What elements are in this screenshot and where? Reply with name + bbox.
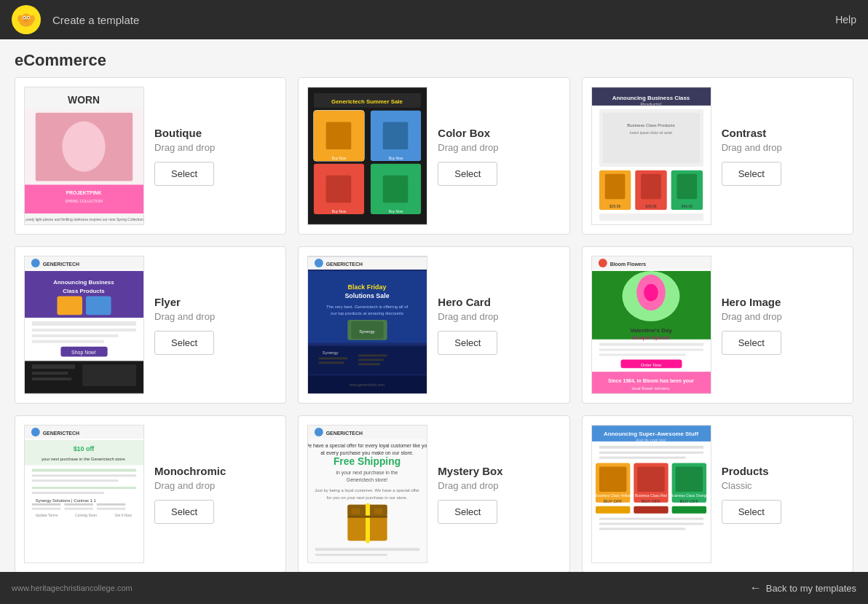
svg-rect-166	[675, 466, 703, 492]
svg-rect-150	[352, 509, 360, 514]
svg-text:Coming Soon: Coming Soon	[75, 514, 97, 517]
template-info-products: ProductsClassicSelect	[722, 465, 844, 524]
svg-rect-72	[32, 377, 71, 380]
svg-text:Since 1984, in Bloom has been : Since 1984, in Bloom has been your	[608, 378, 694, 384]
svg-text:SPRING COLLECTION: SPRING COLLECTION	[65, 200, 103, 203]
svg-text:our top products at amazing di: our top products at amazing discounts	[331, 311, 403, 315]
template-type-products: Classic	[722, 480, 844, 491]
svg-rect-66	[32, 340, 104, 343]
svg-point-5	[28, 17, 29, 18]
header-title: Create a template	[52, 14, 835, 26]
svg-rect-71	[32, 372, 68, 374]
template-card-products: Announcing Super-Awesome Stuff And its c…	[582, 415, 853, 572]
svg-rect-91	[358, 358, 384, 361]
select-button-products[interactable]: Select	[722, 500, 781, 524]
svg-text:Solutions Sale: Solutions Sale	[345, 292, 390, 299]
svg-rect-124	[32, 492, 104, 494]
svg-rect-174	[634, 506, 668, 514]
template-thumbnail: Generictech Summer Sale Buy Now Buy Now …	[307, 87, 427, 225]
template-info-mystery-box: Mystery BoxDrag and dropSelect	[438, 465, 560, 524]
template-card-boutique: WORN PROJEKTPINK SPRING COLLECTION Lovel…	[15, 77, 286, 235]
template-name-color-box: Color Box	[438, 127, 560, 139]
template-info-color-box: Color BoxDrag and dropSelect	[438, 127, 560, 186]
svg-rect-130	[64, 508, 93, 510]
svg-rect-173	[596, 506, 630, 514]
template-type-monochromic: Drag and drop	[154, 480, 277, 491]
svg-rect-175	[671, 506, 706, 514]
svg-text:BUY OFF: BUY OFF	[642, 499, 660, 503]
svg-text:$29.99: $29.99	[609, 205, 620, 208]
svg-text:Get It Now: Get It Now	[114, 514, 132, 517]
svg-rect-126	[32, 503, 61, 506]
svg-rect-165	[637, 466, 665, 492]
svg-text:lorem ipsum dolor sit amet: lorem ipsum dolor sit amet	[630, 131, 672, 135]
watermark-text: www.heritagechristiancollege.com	[12, 584, 750, 592]
svg-rect-41	[602, 113, 699, 163]
svg-text:Bouquet Special!: Bouquet Special!	[632, 335, 670, 341]
template-type-hero-card: Drag and drop	[438, 311, 560, 322]
template-name-hero-card: Hero Card	[438, 296, 560, 308]
svg-rect-128	[97, 503, 126, 506]
svg-text:Announcing Business: Announcing Business	[53, 279, 114, 286]
svg-text:Class Products: Class Products	[63, 288, 105, 294]
svg-rect-90	[358, 355, 387, 357]
template-thumbnail: Bloom Flowers Valentine's Day Bouquet Sp…	[591, 256, 711, 394]
svg-point-56	[31, 259, 40, 267]
template-card-hero-card: GENERICTECH Black Friday Solutions Sale …	[298, 246, 569, 404]
svg-rect-61	[57, 296, 82, 315]
svg-text:at every purchase you make on : at every purchase you make on our store.	[321, 450, 414, 456]
template-type-color-box: Drag and drop	[438, 142, 560, 153]
svg-rect-129	[32, 508, 61, 510]
select-button-boutique[interactable]: Select	[154, 162, 214, 186]
svg-text:Synergy: Synergy	[359, 329, 375, 334]
section-title: eCommerce	[0, 39, 868, 77]
template-type-mystery-box: Drag and drop	[438, 480, 560, 491]
svg-text:Buy Now: Buy Now	[332, 157, 347, 160]
select-button-hero-card[interactable]: Select	[438, 331, 497, 355]
template-card-monochromic: GENERICTECH $10 off your next purchase i…	[15, 415, 286, 572]
select-button-color-box[interactable]: Select	[438, 162, 497, 186]
svg-text:Update Terms: Update Terms	[36, 514, 58, 517]
svg-text:Buy Now: Buy Now	[332, 210, 347, 213]
select-button-hero-image[interactable]: Select	[722, 331, 781, 355]
svg-rect-64	[32, 329, 136, 332]
svg-rect-49	[676, 174, 697, 200]
svg-text:We have a special offer for ev: We have a special offer for every loyal …	[308, 443, 427, 449]
svg-text:$10 off: $10 off	[74, 445, 95, 452]
svg-rect-106	[599, 349, 703, 351]
select-button-contrast[interactable]: Select	[722, 162, 781, 186]
app-footer: www.heritagechristiancollege.com ← Back …	[0, 572, 868, 604]
svg-point-6	[24, 19, 29, 22]
select-button-mystery-box[interactable]: Select	[438, 500, 497, 524]
help-button[interactable]: Help	[835, 14, 856, 26]
svg-rect-65	[32, 334, 119, 337]
svg-text:local flower winners.: local flower winners.	[631, 386, 671, 391]
template-name-boutique: Boutique	[154, 127, 277, 139]
back-to-templates-button[interactable]: ← Back to my templates	[750, 581, 856, 595]
template-card-flyer: GENERICTECH Announcing Business Class Pr…	[15, 246, 286, 404]
svg-rect-89	[319, 361, 344, 364]
svg-text:$39.99: $39.99	[645, 205, 656, 208]
template-name-hero-image: Hero Image	[722, 296, 844, 308]
template-thumbnail: GENERICTECH Announcing Business Class Pr…	[24, 256, 144, 394]
svg-rect-70	[32, 364, 75, 369]
app-logo	[12, 5, 41, 34]
svg-text:your next purchase in the Gene: your next purchase in the Generictech st…	[42, 457, 127, 461]
svg-rect-31	[383, 176, 409, 203]
select-button-flyer[interactable]: Select	[154, 331, 214, 355]
svg-rect-159	[599, 452, 703, 454]
svg-text:Synergy: Synergy	[323, 351, 339, 356]
svg-text:BUY OFF: BUY OFF	[679, 499, 698, 503]
svg-point-76	[315, 259, 323, 267]
svg-rect-177	[599, 523, 703, 525]
select-button-monochromic[interactable]: Select	[154, 500, 214, 524]
template-card-hero-image: Bloom Flowers Valentine's Day Bouquet Sp…	[582, 246, 853, 404]
svg-point-137	[315, 428, 323, 436]
svg-text:GENERICTECH: GENERICTECH	[326, 431, 363, 436]
svg-text:BUY OFF: BUY OFF	[604, 499, 623, 503]
svg-rect-153	[315, 554, 387, 556]
svg-rect-29	[383, 122, 409, 150]
svg-rect-122	[32, 479, 119, 482]
svg-text:Buy Now: Buy Now	[389, 210, 403, 213]
svg-rect-53	[599, 213, 703, 221]
